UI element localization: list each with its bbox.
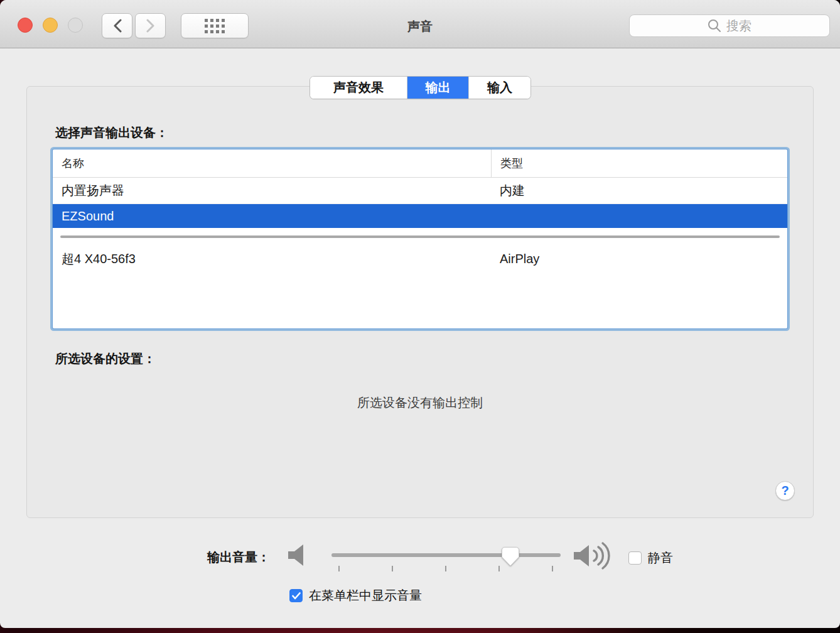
tab-output[interactable]: 输出 [407,77,469,99]
device-settings-label: 所选设备的设置： [55,350,156,367]
device-name: 内置扬声器 [53,182,491,199]
volume-slider-thumb[interactable] [502,547,519,566]
search-placeholder: 搜索 [726,18,751,35]
show-volume-menubar-control: 在菜单栏中显示音量 [289,587,422,604]
volume-slider[interactable] [331,553,561,557]
mute-checkbox[interactable] [628,551,642,565]
tab-bar: 声音效果 输出 输入 [310,76,531,99]
device-type: 内建 [491,182,787,199]
table-row[interactable]: 内置扬声器 内建 [53,178,787,204]
question-mark-icon: ? [781,484,789,498]
search-icon [708,19,721,33]
show-volume-menubar-label: 在菜单栏中显示音量 [309,587,422,604]
table-row[interactable]: 超4 X40-56f3 AirPlay [53,246,787,272]
no-output-controls-message: 所选设备没有输出控制 [0,394,840,411]
device-name: 超4 X40-56f3 [53,251,491,268]
column-header-type[interactable]: 类型 [491,149,787,177]
show-volume-menubar-checkbox[interactable] [289,589,303,602]
select-device-label: 选择声音输出设备： [55,124,168,141]
column-header-name[interactable]: 名称 [53,156,491,171]
device-name: EZSound [53,209,491,224]
title-bar: 声音 搜索 [0,0,840,48]
help-button[interactable]: ? [775,481,795,500]
output-device-table: 名称 类型 内置扬声器 内建 EZSound 超4 X40-56f3 AirPl… [53,149,787,328]
speaker-loud-icon [573,541,617,570]
sound-preferences-window: 声音 搜索 声音效果 输出 输入 选择声音输出设备： 名称 类型 内置扬声器 内… [0,0,840,628]
output-volume-label: 输出音量： [157,549,270,566]
tab-input[interactable]: 输入 [469,77,530,99]
search-input[interactable]: 搜索 [629,14,830,37]
mute-label: 静音 [648,549,673,566]
table-row[interactable]: EZSound [53,204,787,228]
speaker-low-icon [287,544,311,566]
volume-slider-ticks [331,566,561,572]
device-type: AirPlay [491,252,787,266]
mute-control: 静音 [628,549,673,566]
table-header: 名称 类型 [53,149,787,178]
separator-line [60,235,780,238]
tab-sound-effects[interactable]: 声音效果 [310,77,407,99]
table-separator-row [53,228,787,246]
checkmark-icon [292,592,301,600]
